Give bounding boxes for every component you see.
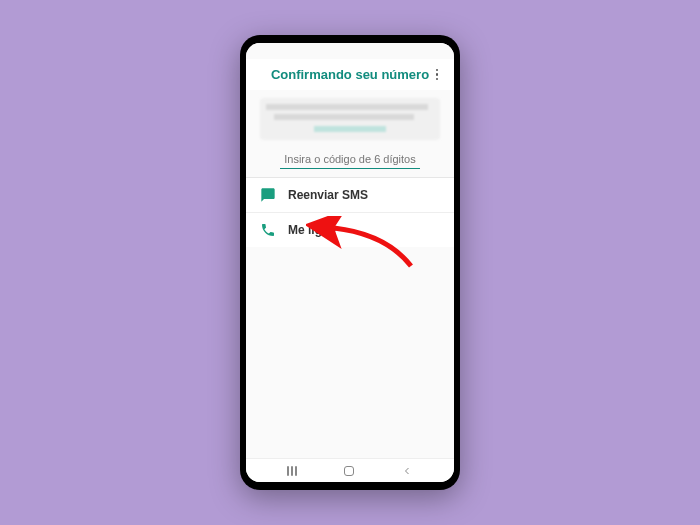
nav-home-icon[interactable] — [344, 466, 354, 476]
nav-back-icon[interactable] — [401, 465, 413, 477]
nav-recent-icon[interactable] — [287, 466, 297, 476]
android-nav-bar — [246, 458, 454, 482]
verification-code-input[interactable]: Insira o código de 6 dígitos — [280, 150, 420, 169]
sms-icon — [260, 187, 276, 203]
call-me-label: Me ligue — [288, 223, 336, 237]
blurred-info-text — [260, 98, 440, 140]
page-title: Confirmando seu número — [270, 67, 430, 82]
phone-screen: Confirmando seu número Insira o código d… — [246, 43, 454, 482]
phone-icon — [260, 222, 276, 238]
phone-frame: Confirmando seu número Insira o código d… — [240, 35, 460, 490]
resend-sms-label: Reenviar SMS — [288, 188, 368, 202]
resend-sms-option[interactable]: Reenviar SMS — [246, 178, 454, 212]
call-me-option[interactable]: Me ligue — [246, 212, 454, 247]
status-bar — [246, 43, 454, 59]
app-header: Confirmando seu número — [246, 59, 454, 90]
code-input-row: Insira o código de 6 dígitos — [246, 150, 454, 169]
empty-area — [246, 247, 454, 458]
more-menu-icon[interactable] — [430, 68, 444, 82]
